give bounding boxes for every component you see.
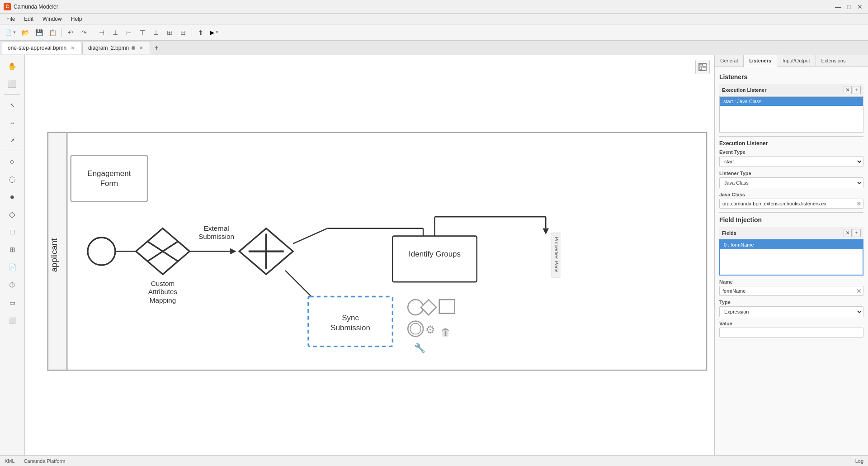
data-object-tool[interactable]: 📄 <box>3 259 21 276</box>
pool-tool[interactable]: ▭ <box>3 295 21 311</box>
properties-panel-toggle[interactable]: Properties Panel <box>552 233 561 277</box>
xml-label[interactable]: XML <box>5 458 15 464</box>
close-button[interactable]: ✕ <box>855 2 864 11</box>
tab-general[interactable]: General <box>715 55 744 67</box>
save-button[interactable]: 💾 <box>33 26 46 39</box>
tab-close-diagram2[interactable]: ✕ <box>138 45 144 51</box>
toolbar-sep-1 <box>61 28 62 37</box>
space-tool[interactable]: ↔ <box>3 114 21 131</box>
menu-file[interactable]: File <box>2 15 19 23</box>
bpmn-diagram[interactable]: applicant Engagement Form Custom Attribu… <box>25 55 714 455</box>
svg-rect-2 <box>703 67 705 68</box>
java-class-clear-btn[interactable]: ✕ <box>856 200 862 207</box>
align-left-button[interactable]: ⊣ <box>95 26 108 39</box>
svg-text:Custom: Custom <box>151 280 175 287</box>
tab-diagram2[interactable]: diagram_2.bpmn ✕ <box>82 42 150 54</box>
field-type-row: Type Expression String <box>719 300 863 317</box>
map-icon <box>698 63 707 71</box>
subprocess-tool[interactable]: ⊞ <box>3 242 21 258</box>
distribute-v-button[interactable]: ⊟ <box>177 26 189 39</box>
save-as-button[interactable]: 📋 <box>47 26 59 39</box>
open-button[interactable]: 📂 <box>19 26 32 39</box>
app-icon: C <box>4 3 11 10</box>
global-connect-tool[interactable]: ↗ <box>3 132 21 148</box>
svg-text:Identify Groups: Identify Groups <box>409 250 461 258</box>
execution-listener-detail-title: Execution Listener <box>719 140 863 147</box>
end-event-tool[interactable]: ● <box>3 189 21 205</box>
log-label[interactable]: Log <box>855 458 863 464</box>
distribute-h-button[interactable]: ⊞ <box>163 26 176 39</box>
fields-remove-btn[interactable]: ✕ <box>844 229 852 237</box>
field-value-input[interactable]: feedbackform <box>719 328 863 338</box>
redo-button[interactable]: ↷ <box>78 26 90 39</box>
menu-help[interactable]: Help <box>66 15 87 23</box>
intermediate-event-tool[interactable]: ◌ <box>3 171 21 187</box>
align-top-button[interactable]: ⊤ <box>136 26 149 39</box>
svg-point-40 <box>410 323 421 334</box>
tools-panel: ✋ ⬜ ↖ ↔ ↗ ○ ◌ ● ◇ □ ⊞ 📄 ⦹ ▭ ⬜ <box>0 55 25 455</box>
new-dropdown-arrow: ▼ <box>13 30 16 34</box>
platform-label: Camunda Platform <box>24 458 66 464</box>
lasso-tool[interactable]: ⬜ <box>3 76 21 92</box>
titlebar: C Camunda Modeler — □ ✕ <box>0 0 868 14</box>
tab-one-step-approval[interactable]: one-step-approval.bpmn ✕ <box>2 42 81 54</box>
fields-label: Fields <box>722 230 736 236</box>
maximize-button[interactable]: □ <box>844 2 854 11</box>
toolbar: 📄 ▼ 📂 💾 📋 ↶ ↷ ⊣ ⊥ ⊢ ⊤ ⊥ ⊞ ⊟ ⬆ ▶ ▼ <box>0 24 868 41</box>
fields-list[interactable]: 0 : formName <box>719 239 863 276</box>
minimap-button[interactable] <box>695 60 710 74</box>
export-button[interactable]: ⬆ <box>194 26 207 39</box>
task-tool[interactable]: □ <box>3 224 21 240</box>
new-tab-button[interactable]: + <box>151 43 162 53</box>
listener-type-label: Listener Type <box>719 171 863 176</box>
new-dropdown[interactable]: 📄 ▼ <box>3 28 19 37</box>
run-dropdown[interactable]: ▶ ▼ <box>208 28 221 37</box>
fields-header-btns: ✕ + <box>844 229 861 237</box>
menu-edit[interactable]: Edit <box>19 15 38 23</box>
group-tool[interactable]: ⬜ <box>3 312 21 328</box>
fields-list-header: Fields ✕ + <box>719 227 863 239</box>
event-type-label: Event Type <box>719 149 863 155</box>
svg-text:Form: Form <box>100 180 118 188</box>
execution-listener-list-header: Execution Listener ✕ + <box>719 84 863 96</box>
menubar: File Edit Window Help <box>0 14 868 24</box>
align-right-button[interactable]: ⊢ <box>123 26 135 39</box>
svg-text:🗑: 🗑 <box>441 327 451 338</box>
fields-add-btn[interactable]: + <box>853 229 861 237</box>
field-item-0[interactable]: 0 : formName <box>720 240 863 249</box>
gateway-tool[interactable]: ◇ <box>3 206 21 223</box>
tab-listeners[interactable]: Listeners <box>744 55 777 67</box>
start-event-tool[interactable]: ○ <box>3 153 21 170</box>
data-store-tool[interactable]: ⦹ <box>3 277 21 293</box>
execution-listener-list[interactable]: start : Java Class <box>719 96 863 133</box>
tab-extensions[interactable]: Extensions <box>816 55 852 67</box>
tab-input-output[interactable]: Input/Output <box>777 55 816 67</box>
java-class-input[interactable] <box>719 199 863 209</box>
java-class-label: Java Class <box>719 192 863 197</box>
app-title: Camunda Modeler <box>14 4 58 10</box>
toolbar-sep-3 <box>192 28 192 37</box>
minimize-button[interactable]: — <box>834 2 843 11</box>
toolbar-sep-2 <box>93 28 93 37</box>
hand-tool[interactable]: ✋ <box>3 58 21 74</box>
svg-marker-47 <box>542 228 549 235</box>
listener-type-select[interactable]: Java Class Expression Delegate Expressio… <box>719 177 863 188</box>
execution-listener-remove-btn[interactable]: ✕ <box>844 86 852 94</box>
undo-button[interactable]: ↶ <box>64 26 77 39</box>
field-type-select[interactable]: Expression String <box>719 306 863 317</box>
execution-listener-add-btn[interactable]: + <box>853 86 861 94</box>
field-name-clear-btn[interactable]: ✕ <box>856 287 862 295</box>
statusbar: XML Camunda Platform Log <box>0 455 868 466</box>
align-middle-button[interactable]: ⊥ <box>150 26 162 39</box>
field-name-input[interactable] <box>719 286 863 296</box>
align-center-button[interactable]: ⊥ <box>109 26 122 39</box>
tab-close-one-step[interactable]: ✕ <box>69 45 75 51</box>
listener-type-row: Listener Type Java Class Expression Dele… <box>719 171 863 188</box>
menu-window[interactable]: Window <box>38 15 66 23</box>
main-area: ✋ ⬜ ↖ ↔ ↗ ○ ◌ ● ◇ □ ⊞ 📄 ⦹ ▭ ⬜ <box>0 55 868 455</box>
canvas[interactable]: applicant Engagement Form Custom Attribu… <box>25 55 714 455</box>
connect-tool[interactable]: ↖ <box>3 97 21 113</box>
svg-rect-29 <box>392 236 476 282</box>
event-type-select[interactable]: start end take <box>719 156 863 167</box>
execution-listener-item-0[interactable]: start : Java Class <box>720 97 863 106</box>
